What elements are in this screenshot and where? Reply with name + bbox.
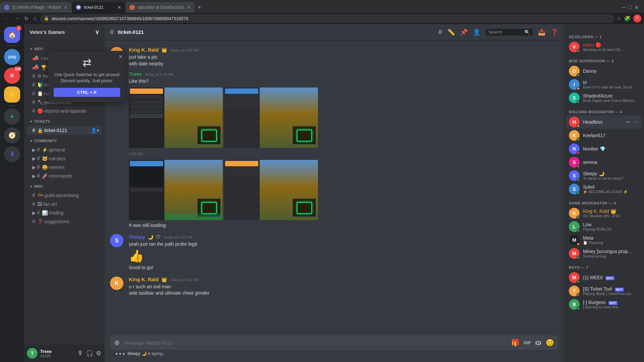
tab-discord[interactable]: 💬 ticket-0121 ✕ bbox=[72, 2, 125, 13]
channel-suggestions[interactable]: # ❓-suggestions bbox=[27, 217, 102, 226]
emoji-button[interactable]: 😊 bbox=[546, 339, 554, 347]
channel-trading[interactable]: ▶ # 📊-trading bbox=[27, 208, 102, 217]
member-danny[interactable]: D Danny bbox=[566, 64, 641, 78]
screenshot-image-2[interactable] bbox=[224, 87, 318, 148]
author-king[interactable]: King K. Rald bbox=[129, 47, 159, 53]
member-iri[interactable]: I Iri Even if I'm safe for now, You'll..… bbox=[566, 78, 641, 91]
hashtag-icon[interactable]: # bbox=[438, 28, 442, 36]
reload-button[interactable]: ↻ bbox=[23, 14, 30, 23]
avatar-king-2[interactable]: K bbox=[110, 277, 123, 290]
server-icon-vetex[interactable]: ⚡ bbox=[4, 86, 20, 103]
channel-general[interactable]: ▶ # ⚡-general bbox=[27, 145, 102, 154]
tab-close-discord[interactable]: ✕ bbox=[117, 5, 121, 10]
pin-icon[interactable]: 📌 bbox=[460, 28, 468, 36]
member-info-burgess: [-] Burgess BOT Listening to rover-link bbox=[583, 300, 639, 309]
channel-ticket-0121[interactable]: # 🔒 ticket-0121 👤+ bbox=[27, 126, 102, 135]
member-noober[interactable]: N Noober 💎 bbox=[566, 142, 641, 156]
member-mee6[interactable]: M (1) MEE6 BOT bbox=[566, 271, 641, 284]
member-sleepy[interactable]: S Sleepy 🌙 To sleep or not to sleep? bbox=[566, 169, 641, 182]
close-button[interactable]: ✕ bbox=[634, 4, 639, 11]
tab-ddg[interactable]: 🦆 calculator at DuckDuckGo ✕ bbox=[125, 2, 195, 13]
server-icon-discord[interactable]: 🏠 1 bbox=[4, 27, 20, 43]
avatar-ticket-tool: T bbox=[569, 286, 580, 296]
message-input[interactable] bbox=[124, 337, 507, 349]
tab-title-wom: (1) World of Magic - Roblox bbox=[12, 5, 61, 10]
screenshot-image-3[interactable] bbox=[129, 160, 223, 220]
member-miney[interactable]: M Miney [scrungus prop... Soring korong bbox=[566, 247, 641, 260]
edit-icon[interactable]: ✏️ bbox=[447, 28, 455, 36]
back-button[interactable]: ← bbox=[3, 14, 11, 23]
messages-area: K King K. Rald 👑 Today at 5:40 PM just t… bbox=[105, 40, 564, 335]
forward-button[interactable]: → bbox=[13, 14, 21, 23]
channel-memes[interactable]: ▶ # 😀-memes bbox=[27, 163, 102, 172]
bookmark-icon[interactable]: ☆ bbox=[616, 15, 621, 22]
inbox-icon[interactable]: 📥 bbox=[538, 28, 545, 36]
author-sleepy[interactable]: Sleepy bbox=[129, 234, 145, 240]
member-shadeofazure[interactable]: S ShadeofAzure Brisk Nights and Cherry B… bbox=[566, 91, 641, 105]
server-download-button[interactable]: ⬇ bbox=[4, 146, 20, 162]
member-burgess[interactable]: B [-] Burgess BOT Listening to rover-lin… bbox=[566, 298, 641, 311]
tab-close-wom[interactable]: ✕ bbox=[64, 5, 68, 10]
member-meta[interactable]: M Meta 📋 Planning bbox=[566, 233, 641, 247]
tab-wom[interactable]: 🎮 (1) World of Magic - Roblox ✕ bbox=[0, 2, 72, 13]
home-button[interactable]: ⌂ bbox=[32, 14, 38, 23]
channel-reports[interactable]: # 🔴-reports-and-appeals bbox=[27, 107, 102, 115]
address-bar[interactable]: 🔒 discord.com/channels/16098295071073899… bbox=[40, 14, 614, 23]
tab-close-ddg[interactable]: ✕ bbox=[187, 5, 191, 10]
search-input[interactable] bbox=[488, 29, 522, 35]
qs-shortcut-button[interactable]: CTRL + K bbox=[54, 88, 120, 97]
member-king[interactable]: K King K. Rald 👑 On Vacation 8/5 - 8/10 bbox=[566, 206, 641, 220]
server-name-header[interactable]: Vetex's Games ∨ bbox=[24, 24, 105, 40]
image-grid-1 bbox=[129, 87, 558, 148]
current-user-avatar[interactable]: T bbox=[27, 348, 38, 359]
status-mee6 bbox=[577, 280, 580, 283]
member-more-headless[interactable]: ··· bbox=[634, 119, 639, 126]
member-vetex[interactable]: V vetex 🔴 Working on Arcane Od... bbox=[566, 40, 641, 54]
member-serena[interactable]: S serena bbox=[566, 156, 641, 169]
channel-guild-adv[interactable]: # 📯-guild-advertising bbox=[27, 191, 102, 200]
discord-logo: 🏠 bbox=[8, 31, 16, 39]
add-attachment-button[interactable]: ⊕ bbox=[114, 339, 120, 347]
server-discover-button[interactable]: 🧭 bbox=[4, 127, 20, 143]
channel-cat-pics[interactable]: ▶ # 🐱-cat-pics bbox=[27, 154, 102, 163]
avatar-sleepy[interactable]: S bbox=[110, 234, 123, 247]
category-community[interactable]: ▼ COMMUNITY bbox=[24, 137, 105, 144]
user-action-buttons: 🎙 🎧 ⚙ bbox=[76, 349, 102, 358]
member-low[interactable]: L Low Playing ROBLOX bbox=[566, 220, 641, 233]
member-ticket-tool[interactable]: T [S] Ticket Tool BOT Playing $help | Ti… bbox=[566, 284, 641, 298]
category-misc[interactable]: ▼ MISC bbox=[24, 183, 105, 190]
settings-button[interactable]: ⚙ bbox=[95, 349, 102, 358]
add-member-header-icon[interactable]: 👤 bbox=[473, 28, 480, 36]
member-edit-headless[interactable]: ✏ bbox=[626, 119, 630, 125]
gif-button[interactable]: GIF bbox=[524, 340, 531, 345]
server-icon-sn[interactable]: [SN] bbox=[4, 49, 20, 65]
member-soleil[interactable]: S Soleil ⚡ BECOME AS GODS ⚡ bbox=[566, 182, 641, 196]
channel-commands[interactable]: ▶ # 🚀-commands bbox=[27, 172, 102, 180]
channel-search[interactable]: 🔍 bbox=[486, 29, 533, 36]
member-name-headless: Headless bbox=[583, 119, 623, 125]
server-icon-wom[interactable]: R 109 bbox=[4, 68, 20, 84]
screenshot-image-4[interactable] bbox=[224, 160, 318, 220]
category-label-misc: MISC bbox=[34, 184, 44, 188]
member-status-miney: Soring korong bbox=[583, 254, 639, 258]
screenshot-image-1[interactable] bbox=[129, 87, 223, 148]
category-tickets[interactable]: ▼ TICKETS bbox=[24, 118, 105, 125]
author-treee[interactable]: Treee bbox=[129, 71, 142, 77]
sticker-icon[interactable]: 🎟 bbox=[535, 339, 542, 347]
maximize-button[interactable]: □ bbox=[628, 4, 632, 11]
extensions-icon[interactable]: 🧩 bbox=[624, 15, 631, 22]
profile-icon[interactable]: T bbox=[633, 14, 641, 22]
minimize-button[interactable]: ─ bbox=[622, 4, 626, 11]
author-king-2[interactable]: King K. Rald bbox=[129, 277, 159, 282]
tab-add-button[interactable]: + bbox=[195, 3, 204, 12]
deafen-button[interactable]: 🎧 bbox=[85, 349, 94, 358]
server-add-button[interactable]: + bbox=[4, 109, 20, 125]
channel-fan-art[interactable]: # 🖼-fan-art bbox=[27, 200, 102, 208]
category-label-tickets: TICKETS bbox=[34, 119, 50, 123]
member-headless[interactable]: H Headless ✏ ··· bbox=[566, 115, 641, 129]
member-keelan[interactable]: K Keelan617 bbox=[566, 129, 641, 142]
help-icon[interactable]: ❓ bbox=[551, 28, 558, 36]
gift-icon[interactable]: 🎁 bbox=[511, 339, 520, 347]
qs-close-button[interactable]: ✕ bbox=[118, 54, 123, 60]
mute-button[interactable]: 🎙 bbox=[76, 349, 84, 358]
